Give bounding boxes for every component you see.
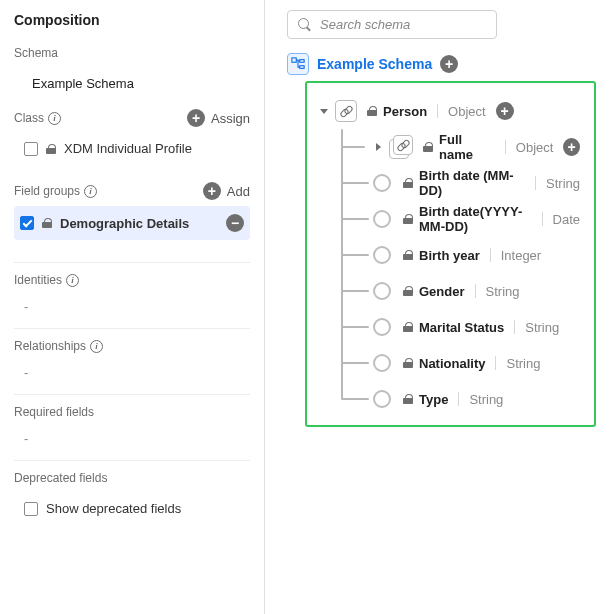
node-type: Object [448, 104, 486, 119]
lock-icon [403, 358, 413, 368]
field-icon [373, 246, 391, 264]
node-label: Birth year [419, 248, 480, 263]
info-icon[interactable] [84, 185, 97, 198]
schema-name[interactable]: Example Schema [14, 68, 250, 99]
node-type: String [506, 356, 540, 371]
add-field-button[interactable] [440, 55, 458, 73]
tree-line [341, 326, 369, 328]
remove-fieldgroup-button[interactable] [226, 214, 244, 232]
lock-icon [46, 144, 56, 154]
tree-node[interactable]: Birth year Integer [341, 237, 580, 273]
chevron-right-icon[interactable] [373, 142, 383, 152]
relationships-empty: - [14, 361, 250, 384]
required-empty: - [14, 427, 250, 450]
tree-highlight: Person Object Full name [305, 81, 596, 427]
lock-icon [403, 178, 413, 188]
add-fieldgroup-button[interactable]: Add [203, 182, 250, 200]
divider [14, 460, 250, 461]
node-type: Integer [501, 248, 541, 263]
fieldgroup-item[interactable]: Demographic Details [14, 206, 250, 240]
class-section-label: Class [14, 111, 61, 125]
show-deprecated-toggle[interactable]: Show deprecated fields [14, 493, 250, 524]
search-placeholder: Search schema [320, 17, 410, 32]
node-type: String [469, 392, 503, 407]
field-icon [373, 390, 391, 408]
divider [14, 262, 250, 263]
class-item[interactable]: XDM Individual Profile [14, 133, 250, 164]
lock-icon [423, 142, 433, 152]
checkbox[interactable] [24, 502, 38, 516]
field-icon [373, 354, 391, 372]
schema-section-label: Schema [14, 46, 250, 60]
search-input[interactable]: Search schema [287, 10, 497, 39]
schema-root-label: Example Schema [317, 56, 432, 72]
tree-line [341, 146, 365, 148]
separator [437, 104, 438, 118]
separator [535, 176, 536, 190]
field-icon [373, 174, 391, 192]
search-icon [298, 18, 312, 32]
deprecated-section-label: Deprecated fields [14, 471, 250, 485]
node-label: Type [419, 392, 448, 407]
relationships-section-label: Relationships [14, 339, 250, 353]
separator [490, 248, 491, 262]
add-field-button[interactable] [496, 102, 514, 120]
node-type: Object [516, 140, 554, 155]
separator [514, 320, 515, 334]
node-label: Birth date(YYYY-MM-DD) [419, 204, 532, 234]
divider [14, 328, 250, 329]
tree-line [341, 254, 369, 256]
tree-node[interactable]: Marital Status String [341, 309, 580, 345]
checkbox[interactable] [24, 142, 38, 156]
tree-node[interactable]: Birth date (MM-DD) String [341, 165, 580, 201]
add-field-button[interactable] [563, 138, 580, 156]
identities-empty: - [14, 295, 250, 318]
field-icon [373, 282, 391, 300]
checkbox[interactable] [20, 216, 34, 230]
tree-line [341, 182, 369, 184]
tree-node[interactable]: Birth date(YYYY-MM-DD) Date [341, 201, 580, 237]
plus-icon [187, 109, 205, 127]
node-label: Full name [439, 132, 495, 162]
svg-rect-2 [300, 66, 304, 69]
panel-title: Composition [14, 12, 250, 28]
tree-node[interactable]: Nationality String [341, 345, 580, 381]
lock-icon [367, 106, 377, 116]
info-icon[interactable] [90, 340, 103, 353]
field-icon [373, 210, 391, 228]
separator [475, 284, 476, 298]
divider [14, 394, 250, 395]
tree-line [341, 362, 369, 364]
tree-line [341, 290, 369, 292]
lock-icon [403, 394, 413, 404]
separator [458, 392, 459, 406]
tree-node[interactable]: Type String [341, 381, 580, 417]
class-item-label: XDM Individual Profile [64, 141, 192, 156]
required-section-label: Required fields [14, 405, 250, 419]
node-label: Nationality [419, 356, 485, 371]
separator [542, 212, 543, 226]
svg-rect-0 [292, 58, 296, 62]
separator [495, 356, 496, 370]
plus-icon [203, 182, 221, 200]
info-icon[interactable] [66, 274, 79, 287]
lock-icon [42, 218, 52, 228]
identities-section-label: Identities [14, 273, 250, 287]
node-type: Date [553, 212, 580, 227]
info-icon[interactable] [48, 112, 61, 125]
tree-line [341, 218, 369, 220]
tree-line [341, 398, 369, 400]
tree-node[interactable]: Gender String [341, 273, 580, 309]
tree-node-fullname[interactable]: Full name Object [341, 129, 580, 165]
lock-icon [403, 250, 413, 260]
schema-root-row[interactable]: Example Schema [287, 53, 596, 75]
chevron-down-icon[interactable] [319, 106, 329, 116]
composition-panel: Composition Schema Example Schema Class … [0, 0, 265, 614]
node-type: String [546, 176, 580, 191]
show-deprecated-label: Show deprecated fields [46, 501, 181, 516]
node-label: Birth date (MM-DD) [419, 168, 525, 198]
lock-icon [403, 322, 413, 332]
tree-node-person[interactable]: Person Object [319, 93, 580, 129]
node-label: Gender [419, 284, 465, 299]
assign-class-button[interactable]: Assign [187, 109, 250, 127]
